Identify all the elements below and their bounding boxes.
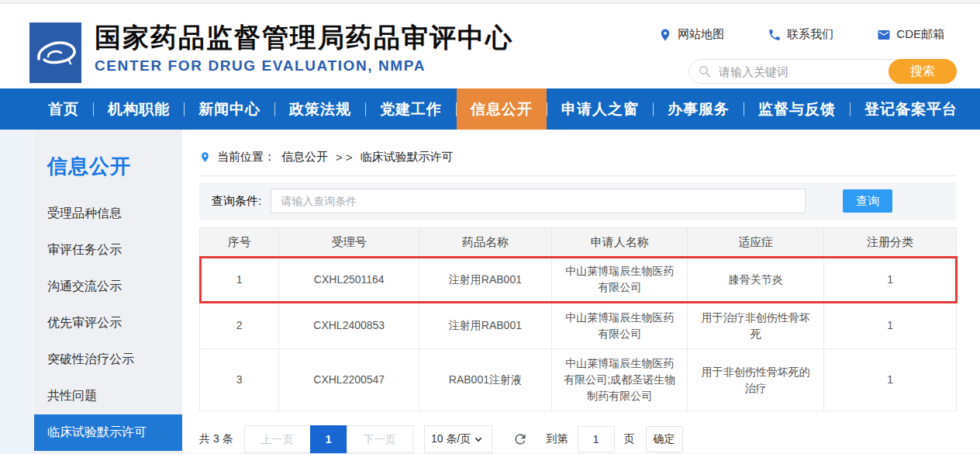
query-label: 查询条件: — [212, 194, 261, 209]
sidebar-item-6[interactable]: 共性问题 — [34, 378, 182, 414]
sidebar: 信息公开 受理品种信息审评任务公示沟通交流公示优先审评公示突破性治疗公示共性问题… — [34, 130, 182, 453]
table-row-3[interactable]: 3CXHL2200547RAB001注射液中山莱博瑞辰生物医药有限公司;成都圣诺… — [200, 349, 957, 411]
page-size-select[interactable]: 10 条/页 — [424, 425, 492, 453]
sidebar-item-3[interactable]: 沟通交流公示 — [34, 269, 182, 305]
quick-link-label: 网站地图 — [678, 27, 724, 42]
column-header: 受理号 — [279, 228, 419, 257]
chevron-down-icon — [472, 433, 485, 445]
site-subtitle: CENTER FOR DRUG EVALUATION, NMPA — [95, 57, 513, 75]
sidebar-title: 信息公开 — [47, 153, 182, 180]
nav-item-2[interactable]: 机构职能 — [94, 88, 184, 130]
cde-swirl-icon — [34, 36, 78, 70]
mail-icon — [877, 28, 891, 42]
column-header: 申请人名称 — [551, 228, 688, 257]
map-pin-icon — [658, 28, 672, 42]
sidebar-list: 受理品种信息审评任务公示沟通交流公示优先审评公示突破性治疗公示共性问题临床试验默… — [34, 196, 182, 451]
header-search-bar: 搜索 — [688, 59, 956, 84]
sidebar-item-7[interactable]: 临床试验默示许可 — [34, 414, 182, 451]
location-pin-icon — [199, 151, 211, 163]
nav-item-4[interactable]: 政策法规 — [275, 88, 365, 130]
search-icon — [698, 64, 712, 78]
main-panel: 当前位置： 信息公开 > > 临床试验默示许可 查询条件: 查询 序号受理号药品… — [182, 130, 980, 453]
page-size-value: 10 条/页 — [431, 432, 471, 446]
goto-page-label: 到第 — [547, 432, 568, 446]
query-input[interactable] — [271, 189, 806, 213]
column-header: 药品名称 — [419, 228, 552, 257]
table-cell: 1 — [824, 349, 957, 411]
next-page-button[interactable]: 下一页 — [347, 425, 413, 453]
table-cell: CXHL2400853 — [279, 303, 419, 349]
breadcrumb-separator: > > — [336, 151, 353, 164]
query-bar: 查询条件: 查询 — [199, 182, 957, 220]
table-cell: 3 — [200, 349, 279, 411]
nav-item-10[interactable]: 登记备案平台 — [851, 88, 971, 130]
prev-page-button[interactable]: 上一页 — [244, 425, 311, 453]
quick-link-3[interactable]: CDE邮箱 — [877, 27, 944, 42]
main-nav: 首页机构职能新闻中心政策法规党建工作信息公开申请人之窗办事服务监督与反馈登记备案… — [0, 88, 980, 130]
nav-item-9[interactable]: 监督与反馈 — [744, 88, 850, 130]
table-row-2[interactable]: 2CXHL2400853注射用RAB001中山莱博瑞辰生物医药有限公司用于治疗非… — [200, 303, 957, 349]
sidebar-item-1[interactable]: 受理品种信息 — [34, 196, 182, 232]
table-cell: 用于非创伤性骨坏死的治疗 — [688, 349, 824, 411]
table-cell: 1 — [824, 303, 957, 349]
table-cell: 用于治疗非创伤性骨坏死 — [688, 303, 824, 349]
quick-link-2[interactable]: 联系我们 — [768, 27, 833, 42]
table-row-1[interactable]: 1CXHL2501164注射用RAB001中山莱博瑞辰生物医药有限公司膝骨关节炎… — [200, 257, 957, 303]
search-button[interactable]: 搜索 — [889, 59, 957, 84]
sidebar-item-4[interactable]: 优先审评公示 — [34, 305, 182, 341]
column-header: 序号 — [200, 228, 279, 257]
quick-link-label: 联系我们 — [787, 27, 833, 42]
site-header: 国家药品监督管理局药品审评中心 CENTER FOR DRUG EVALUATI… — [0, 4, 980, 88]
cde-logo — [29, 23, 81, 83]
table-cell: 注射用RAB001 — [419, 303, 552, 349]
results-table-head: 序号受理号药品名称申请人名称适应症注册分类 — [200, 228, 957, 257]
phone-icon — [768, 28, 782, 42]
nav-item-5[interactable]: 党建工作 — [366, 88, 456, 130]
query-button[interactable]: 查询 — [843, 189, 892, 213]
site-title-block: 国家药品监督管理局药品审评中心 CENTER FOR DRUG EVALUATI… — [95, 23, 513, 75]
nav-item-6[interactable]: 信息公开 — [457, 88, 547, 130]
table-cell: CXHL2501164 — [279, 257, 419, 303]
pagination-bar: 共 3 条 上一页 1 下一页 10 条/页 到第 页 确定 — [199, 425, 957, 453]
breadcrumb: 当前位置： 信息公开 > > 临床试验默示许可 — [199, 130, 957, 165]
goto-page-input[interactable] — [578, 426, 615, 452]
results-table: 序号受理号药品名称申请人名称适应症注册分类 1CXHL2501164注射用RAB… — [199, 227, 957, 411]
column-header: 适应症 — [688, 228, 824, 257]
table-cell: 注射用RAB001 — [419, 257, 552, 303]
confirm-button[interactable]: 确定 — [646, 426, 683, 452]
breadcrumb-link-info-disclosure[interactable]: 信息公开 — [281, 150, 328, 165]
breadcrumb-link-current-page[interactable]: 临床试验默示许可 — [361, 150, 454, 165]
quick-link-1[interactable]: 网站地图 — [658, 27, 724, 42]
table-cell: 中山莱博瑞辰生物医药有限公司;成都圣诺生物制药有限公司 — [551, 349, 688, 411]
column-header: 注册分类 — [824, 228, 957, 257]
site-title: 国家药品监督管理局药品审评中心 — [95, 23, 513, 53]
main-nav-items: 首页机构职能新闻中心政策法规党建工作信息公开申请人之窗办事服务监督与反馈登记备案… — [34, 88, 971, 130]
results-table-body: 1CXHL2501164注射用RAB001中山莱博瑞辰生物医药有限公司膝骨关节炎… — [200, 257, 957, 411]
breadcrumb-divider — [199, 175, 957, 176]
table-cell: 中山莱博瑞辰生物医药有限公司 — [551, 303, 688, 349]
table-cell: 中山莱博瑞辰生物医药有限公司 — [551, 257, 688, 303]
quick-links: 网站地图联系我们CDE邮箱 — [658, 27, 944, 42]
sidebar-item-5[interactable]: 突破性治疗公示 — [34, 341, 182, 378]
table-cell: 1 — [200, 257, 279, 303]
table-cell: RAB001注射液 — [419, 349, 552, 411]
page-number-1[interactable]: 1 — [310, 425, 347, 453]
sidebar-item-2[interactable]: 审评任务公示 — [34, 232, 182, 269]
table-cell: 2 — [200, 303, 279, 349]
total-count: 共 3 条 — [199, 432, 233, 446]
table-cell: CXHL2200547 — [279, 349, 419, 411]
nav-item-8[interactable]: 办事服务 — [654, 88, 744, 130]
quick-link-label: CDE邮箱 — [896, 27, 944, 42]
table-cell: 膝骨关节炎 — [688, 257, 824, 303]
nav-item-3[interactable]: 新闻中心 — [185, 88, 274, 130]
nav-item-7[interactable]: 申请人之窗 — [547, 88, 653, 130]
pager-group: 上一页 1 下一页 — [244, 425, 413, 453]
nav-item-1[interactable]: 首页 — [34, 88, 93, 130]
refresh-icon[interactable] — [512, 431, 528, 447]
goto-page-unit: 页 — [624, 432, 635, 446]
content-area: 信息公开 受理品种信息审评任务公示沟通交流公示优先审评公示突破性治疗公示共性问题… — [0, 130, 980, 453]
header-row: 序号受理号药品名称申请人名称适应症注册分类 — [200, 228, 957, 257]
breadcrumb-label: 当前位置： — [217, 150, 275, 165]
table-cell: 1 — [824, 257, 957, 303]
